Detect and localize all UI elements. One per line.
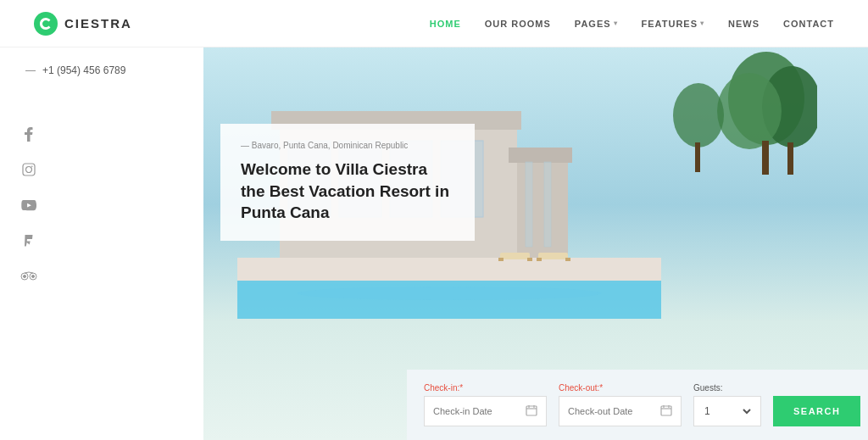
- svg-point-1: [26, 167, 32, 173]
- checkout-date-input[interactable]: [568, 406, 654, 416]
- checkout-input-wrapper[interactable]: [559, 396, 682, 426]
- svg-point-26: [297, 287, 602, 300]
- tripadvisor-icon[interactable]: [19, 266, 39, 287]
- checkin-field: Check-in:*: [424, 383, 547, 426]
- checkout-calendar-icon: [660, 404, 672, 419]
- brand-name: CIESTRA: [64, 16, 132, 31]
- nav-home[interactable]: HOME: [430, 19, 461, 29]
- hero-text-overlay: — Bavaro, Punta Cana, Dominican Republic…: [220, 124, 475, 241]
- navbar: CIESTRA HOME OUR ROOMS PAGES ▾ FEATURES …: [0, 0, 868, 47]
- svg-rect-24: [237, 258, 661, 283]
- guests-select-wrapper[interactable]: 1 2 3 4 5: [693, 396, 761, 426]
- nav-our-rooms[interactable]: OUR ROOMS: [485, 19, 551, 29]
- nav-pages[interactable]: PAGES ▾: [575, 19, 618, 29]
- guests-select[interactable]: 1 2 3 4 5: [701, 404, 754, 418]
- svg-rect-37: [661, 406, 671, 415]
- youtube-icon[interactable]: [19, 195, 39, 215]
- svg-rect-23: [544, 162, 551, 247]
- nav-links: HOME OUR ROOMS PAGES ▾ FEATURES ▾ NEWS C…: [430, 19, 834, 29]
- checkout-required: *: [599, 383, 603, 393]
- svg-rect-20: [517, 158, 568, 259]
- checkout-field: Check-out:*: [559, 383, 682, 426]
- main-content: — +1 (954) 456 6789: [0, 47, 868, 440]
- trees-decoration: [648, 47, 817, 217]
- guests-field: Guests: 1 2 3 4 5: [693, 383, 761, 426]
- svg-point-12: [673, 83, 724, 148]
- sidebar: — +1 (954) 456 6789: [0, 47, 203, 440]
- hero-area: — Bavaro, Punta Cana, Dominican Republic…: [203, 47, 868, 440]
- svg-rect-22: [526, 162, 532, 247]
- features-arrow-icon: ▾: [700, 19, 704, 27]
- phone-dash: —: [25, 64, 36, 76]
- svg-point-6: [32, 276, 35, 278]
- checkout-label: Check-out:*: [559, 383, 682, 393]
- svg-rect-29: [527, 258, 532, 261]
- hero-title: Welcome to Villa Ciestra the Best Vacati…: [241, 159, 454, 224]
- checkin-input-wrapper[interactable]: [424, 396, 547, 426]
- checkin-required: *: [459, 383, 463, 393]
- instagram-icon[interactable]: [19, 159, 39, 180]
- guests-label: Guests:: [693, 383, 761, 393]
- nav-contact[interactable]: CONTACT: [783, 19, 834, 29]
- svg-rect-32: [565, 258, 570, 261]
- svg-rect-13: [695, 142, 700, 172]
- svg-point-5: [24, 276, 26, 278]
- logo[interactable]: CIESTRA: [34, 12, 132, 36]
- nav-features[interactable]: FEATURES ▾: [642, 19, 704, 29]
- pages-arrow-icon: ▾: [614, 19, 618, 27]
- logo-icon: [34, 12, 58, 36]
- search-button[interactable]: SEARCH: [773, 396, 860, 426]
- nav-news[interactable]: NEWS: [728, 19, 760, 29]
- svg-rect-30: [538, 253, 568, 259]
- svg-rect-10: [762, 141, 769, 175]
- checkin-label: Check-in:*: [424, 383, 547, 393]
- facebook-icon[interactable]: [19, 124, 39, 144]
- svg-rect-28: [498, 258, 504, 261]
- booking-bar: Check-in:* Check-out: [407, 370, 868, 440]
- svg-rect-0: [23, 164, 35, 175]
- svg-rect-27: [500, 253, 530, 259]
- svg-point-2: [31, 165, 33, 167]
- svg-rect-21: [509, 148, 572, 163]
- hero-location: — Bavaro, Punta Cana, Dominican Republic: [241, 141, 454, 150]
- svg-rect-31: [537, 258, 542, 261]
- svg-rect-11: [787, 142, 793, 175]
- phone-number[interactable]: +1 (954) 456 6789: [42, 64, 125, 76]
- svg-rect-33: [526, 406, 537, 415]
- checkin-calendar-icon: [526, 404, 537, 419]
- social-icons: [12, 98, 46, 287]
- phone-bar: — +1 (954) 456 6789: [0, 64, 203, 93]
- svg-point-9: [717, 73, 782, 149]
- checkin-date-input[interactable]: [433, 406, 519, 416]
- foursquare-icon[interactable]: [19, 231, 39, 251]
